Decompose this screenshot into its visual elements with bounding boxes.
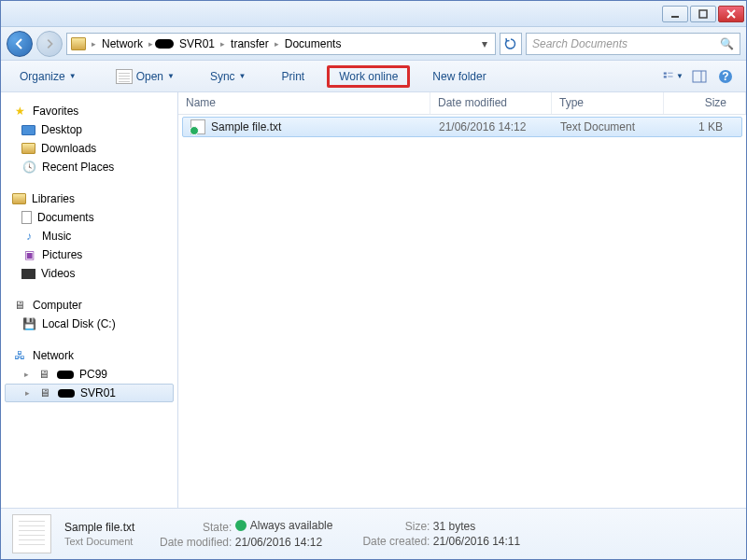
sidebar-item-svr01[interactable]: ▸🖥SVR01: [5, 384, 174, 402]
file-list-pane: Name Date modified Type Size Sample file…: [178, 92, 746, 508]
chevron-right-icon[interactable]: ▸: [148, 39, 153, 49]
print-button[interactable]: Print: [273, 66, 315, 87]
svg-rect-8: [693, 71, 706, 82]
computer-icon: 🖥: [12, 298, 27, 313]
expand-icon[interactable]: ▸: [21, 370, 31, 379]
sidebar-item-pictures[interactable]: ▣Pictures: [1, 245, 177, 264]
open-button[interactable]: Open▼: [106, 65, 184, 88]
pc-icon: 🖥: [37, 385, 52, 400]
forward-button[interactable]: [36, 31, 63, 57]
title-bar: [1, 1, 746, 27]
search-placeholder: Search Documents: [532, 37, 627, 50]
music-icon: ♪: [21, 229, 36, 244]
maximize-button[interactable]: [690, 6, 716, 22]
back-button[interactable]: [7, 31, 33, 57]
available-icon: [235, 520, 247, 531]
refresh-button[interactable]: [500, 33, 522, 55]
chevron-down-icon: ▼: [239, 72, 247, 80]
breadcrumb-transfer[interactable]: transfer: [227, 37, 273, 50]
column-name[interactable]: Name: [178, 92, 430, 114]
file-date-cell: 21/06/2016 14:12: [431, 120, 553, 133]
sidebar-network[interactable]: 🖧Network: [1, 346, 177, 365]
sync-button[interactable]: Sync▼: [201, 66, 256, 87]
column-headers: Name Date modified Type Size: [178, 92, 746, 115]
chevron-right-icon[interactable]: ▸: [275, 39, 279, 49]
column-date[interactable]: Date modified: [430, 92, 552, 114]
chevron-down-icon: ▼: [167, 72, 175, 80]
sidebar-item-videos[interactable]: Videos: [1, 264, 177, 283]
details-pane: Sample file.txt Text Document State: Alw…: [1, 508, 746, 559]
redacted-icon: [57, 371, 74, 379]
star-icon: ★: [12, 104, 27, 119]
network-icon: 🖧: [12, 348, 27, 363]
file-size-cell: 1 KB: [665, 120, 741, 133]
file-name-cell: Sample file.txt: [183, 119, 431, 134]
file-thumbnail: [12, 514, 51, 553]
folder-icon: [71, 37, 86, 50]
close-button[interactable]: [718, 6, 744, 22]
sidebar-computer[interactable]: 🖥Computer: [1, 296, 177, 315]
view-options-button[interactable]: ▼: [662, 66, 684, 87]
sidebar-item-localdisk[interactable]: 💾Local Disk (C:): [1, 315, 177, 333]
sidebar-item-downloads[interactable]: Downloads: [1, 139, 177, 158]
sidebar-libraries[interactable]: Libraries: [1, 189, 177, 208]
document-icon: [21, 211, 32, 224]
recent-icon: 🕓: [21, 160, 36, 175]
breadcrumb-documents[interactable]: Documents: [281, 37, 345, 50]
details-size: 31 bytes: [433, 520, 475, 533]
sidebar-favorites[interactable]: ★Favorites: [1, 102, 177, 120]
pictures-icon: ▣: [21, 247, 36, 262]
new-folder-button[interactable]: New folder: [423, 66, 495, 87]
disk-icon: 💾: [21, 316, 36, 331]
chevron-right-icon[interactable]: ▸: [220, 39, 225, 49]
details-filetype: Text Document: [64, 536, 134, 547]
details-modified: 21/06/2016 14:12: [235, 536, 322, 549]
column-size[interactable]: Size: [664, 92, 746, 114]
address-dropdown[interactable]: ▾: [478, 37, 491, 50]
text-file-icon: [190, 119, 205, 134]
breadcrumb-server[interactable]: SVR01: [176, 37, 218, 50]
chevron-down-icon: ▼: [69, 72, 77, 80]
libraries-icon: [12, 193, 26, 204]
details-filename: Sample file.txt: [64, 521, 134, 534]
navigation-bar: ▸ Network ▸ SVR01 ▸ transfer ▸ Documents…: [1, 27, 746, 61]
file-type-cell: Text Document: [553, 120, 665, 133]
command-toolbar: Organize▼ Open▼ Sync▼ Print Work online …: [1, 61, 746, 92]
main-area: ★Favorites Desktop Downloads 🕓Recent Pla…: [1, 92, 746, 508]
desktop-icon: [21, 125, 35, 135]
document-icon: [116, 69, 133, 84]
work-online-button[interactable]: Work online: [327, 65, 410, 88]
sidebar-item-desktop[interactable]: Desktop: [1, 120, 177, 139]
organize-button[interactable]: Organize▼: [10, 66, 86, 87]
details-title-block: Sample file.txt Text Document: [64, 521, 134, 547]
svg-rect-4: [664, 72, 667, 74]
videos-icon: [21, 269, 35, 279]
details-col2: Size: 31 bytes Date created: 21/06/2016 …: [345, 520, 520, 548]
expand-icon[interactable]: ▸: [22, 388, 32, 398]
chevron-right-icon[interactable]: ▸: [92, 39, 96, 49]
address-bar[interactable]: ▸ Network ▸ SVR01 ▸ transfer ▸ Documents…: [66, 33, 496, 55]
preview-pane-button[interactable]: [688, 66, 711, 87]
file-row[interactable]: Sample file.txt 21/06/2016 14:12 Text Do…: [182, 117, 742, 137]
sidebar-item-documents[interactable]: Documents: [1, 208, 177, 227]
pc-icon: 🖥: [36, 367, 51, 382]
svg-rect-5: [664, 76, 667, 77]
redacted-icon: [58, 389, 75, 398]
explorer-window: ▸ Network ▸ SVR01 ▸ transfer ▸ Documents…: [0, 0, 747, 560]
navigation-pane: ★Favorites Desktop Downloads 🕓Recent Pla…: [1, 92, 178, 508]
downloads-icon: [21, 143, 35, 154]
details-created: 21/06/2016 14:11: [433, 535, 520, 548]
help-button[interactable]: ?: [714, 66, 737, 87]
search-icon: 🔍: [720, 37, 734, 50]
breadcrumb-network[interactable]: Network: [98, 37, 147, 50]
column-type[interactable]: Type: [552, 92, 664, 114]
svg-rect-1: [699, 10, 707, 18]
details-col1: State: Always available Date modified: 2…: [148, 519, 332, 549]
search-input[interactable]: Search Documents 🔍: [526, 33, 740, 55]
minimize-button[interactable]: [662, 6, 688, 22]
details-state: Always available: [235, 519, 333, 532]
sidebar-item-recent[interactable]: 🕓Recent Places: [1, 158, 177, 176]
svg-text:?: ?: [722, 70, 728, 83]
sidebar-item-music[interactable]: ♪Music: [1, 227, 177, 245]
sidebar-item-pc99[interactable]: ▸🖥PC99: [1, 365, 177, 384]
